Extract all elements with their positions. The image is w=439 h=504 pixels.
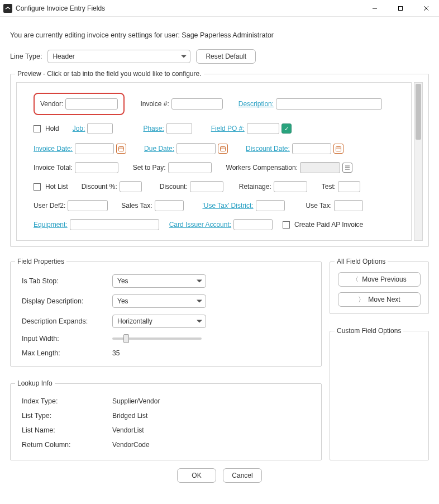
sales-tax-label: Sales Tax: (121, 202, 152, 210)
svg-rect-1 (399, 6, 403, 10)
discount-date-input[interactable] (292, 143, 331, 154)
phase-input[interactable] (166, 123, 192, 134)
line-type-value: Header (53, 53, 74, 60)
return-column-label: Return Column: (22, 441, 112, 449)
invoice-total-input[interactable] (75, 162, 118, 173)
field-properties-legend: Field Properties (15, 258, 66, 265)
hold-label: Hold (45, 125, 59, 132)
all-field-options-group: All Field Options 〈 Move Previous 〉 Move… (330, 261, 429, 314)
retainage-input[interactable] (274, 181, 307, 192)
invoice-num-label: Invoice #: (140, 100, 169, 108)
list-icon[interactable] (342, 163, 352, 173)
create-paid-ap-checkbox[interactable] (283, 221, 290, 229)
discount-label: Discount: (160, 183, 188, 191)
custom-field-options-group: Custom Field Options (330, 331, 429, 460)
card-issuer-label: Card Issuer Account: (169, 221, 231, 229)
invoice-date-input[interactable] (75, 143, 114, 154)
test-input[interactable] (338, 181, 360, 192)
move-next-label: Move Next (368, 296, 400, 303)
window-title: Configure Invoice Entry Fields (16, 4, 105, 12)
discount-input[interactable] (190, 181, 223, 192)
is-tab-stop-label: Is Tab Stop: (22, 277, 112, 285)
card-issuer-input[interactable] (233, 219, 273, 230)
chevron-left-icon: 〈 (352, 275, 359, 284)
check-icon[interactable]: ✓ (281, 123, 292, 134)
preview-scrollbar[interactable] (414, 82, 423, 241)
hold-checkbox[interactable] (34, 125, 41, 132)
app-icon (3, 4, 12, 13)
ok-label: OK (192, 472, 201, 479)
chevron-down-icon (181, 55, 187, 58)
equipment-input[interactable] (70, 219, 159, 230)
calendar-icon[interactable] (218, 144, 228, 154)
display-desc-select[interactable]: Yes (112, 294, 206, 308)
workers-comp-label: Workers Compensation: (226, 164, 298, 172)
reset-default-button[interactable]: Reset Default (196, 49, 256, 64)
use-tax-district-label: 'Use Tax' District: (203, 202, 254, 210)
index-type-value: Supplier/Vendor (112, 397, 312, 405)
vendor-input[interactable] (65, 98, 118, 110)
all-field-options-legend: All Field Options (335, 258, 388, 265)
invoice-total-label: Invoice Total: (34, 164, 73, 172)
is-tab-stop-select[interactable]: Yes (112, 274, 206, 288)
workers-comp-input[interactable] (300, 162, 340, 173)
discount-pct-label: Discount %: (82, 183, 117, 191)
max-length-value: 35 (112, 349, 312, 357)
minimize-button[interactable] (362, 0, 388, 17)
sales-tax-input[interactable] (155, 200, 184, 211)
chevron-down-icon (197, 300, 202, 303)
return-column-value: VendorCode (112, 441, 312, 449)
field-properties-group: Field Properties Is Tab Stop: Yes Displa… (10, 261, 322, 367)
due-date-input[interactable] (176, 143, 216, 154)
maximize-button[interactable] (388, 0, 413, 17)
slider-thumb[interactable] (123, 334, 129, 343)
hot-list-checkbox[interactable] (34, 183, 41, 191)
line-type-combo[interactable]: Header (47, 50, 190, 63)
close-button[interactable] (413, 0, 439, 17)
lookup-info-legend: Lookup Info (15, 379, 55, 387)
retainage-label: Retainage: (239, 183, 271, 191)
equipment-label: Equipment: (34, 221, 68, 229)
scrollbar-thumb[interactable] (416, 84, 421, 140)
invoice-date-label: Invoice Date: (34, 145, 73, 153)
desc-expands-label: Description Expands: (22, 317, 112, 325)
input-width-label: Input Width: (22, 335, 112, 343)
desc-expands-select[interactable]: Horizontally (112, 315, 206, 328)
svg-rect-4 (119, 147, 124, 151)
move-previous-button[interactable]: 〈 Move Previous (338, 272, 421, 287)
set-to-pay-input[interactable] (168, 162, 212, 173)
svg-rect-6 (221, 147, 226, 151)
job-input[interactable] (87, 123, 113, 134)
calendar-icon[interactable] (116, 144, 126, 154)
chevron-down-icon (197, 280, 202, 283)
max-length-label: Max Length: (22, 349, 112, 357)
custom-field-options-legend: Custom Field Options (335, 327, 403, 335)
vendor-field-selected[interactable]: Vendor: (34, 93, 125, 115)
use-tax-label: Use Tax: (306, 202, 332, 210)
discount-date-label: Discount Date: (246, 145, 290, 153)
invoice-num-input[interactable] (171, 98, 223, 110)
display-desc-value: Yes (117, 297, 128, 305)
ok-button[interactable]: OK (177, 468, 216, 483)
line-type-label: Line Type: (10, 53, 42, 60)
input-width-slider[interactable] (112, 337, 312, 340)
description-input[interactable] (276, 98, 382, 110)
is-tab-stop-value: Yes (117, 277, 128, 285)
cancel-label: Cancel (232, 472, 252, 479)
chevron-right-icon: 〉 (358, 295, 365, 305)
discount-pct-input[interactable] (120, 181, 142, 192)
vendor-label: Vendor: (40, 100, 63, 108)
svg-rect-8 (336, 147, 341, 151)
preview-pane[interactable]: Vendor: Invoice #: Description: (16, 82, 412, 241)
field-po-input[interactable] (247, 123, 279, 134)
reset-default-label: Reset Default (206, 53, 246, 60)
move-next-button[interactable]: 〉 Move Next (338, 292, 421, 307)
calendar-icon[interactable] (333, 144, 343, 154)
field-po-label: Field PO #: (211, 125, 245, 132)
use-tax-input[interactable] (334, 200, 363, 211)
cancel-button[interactable]: Cancel (223, 468, 262, 483)
context-message: You are currently editing invoice entry … (10, 31, 429, 39)
list-type-value: Bridged List (112, 412, 312, 420)
user-def2-input[interactable] (68, 200, 108, 211)
use-tax-district-input[interactable] (256, 200, 285, 211)
